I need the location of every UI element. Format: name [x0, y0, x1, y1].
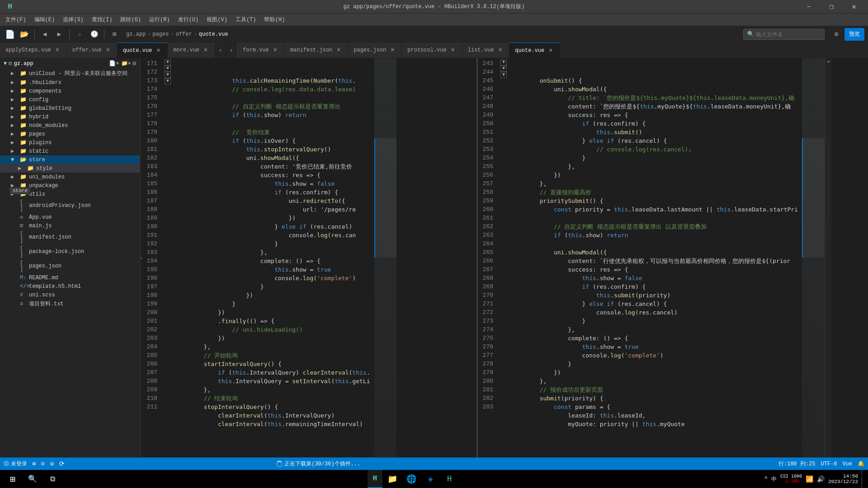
start-button[interactable]: ⊞	[4, 470, 22, 488]
new-file-button[interactable]: 📄	[4, 28, 16, 41]
fold-button-188[interactable]: ▼	[165, 66, 171, 72]
tab-pages[interactable]: pages.json ×	[348, 42, 402, 58]
tray-wifi[interactable]: 📶	[806, 475, 813, 483]
tab-protocol-close[interactable]: ×	[449, 47, 457, 54]
left-code-content[interactable]: this.calcRemainingTime(Number(this. // c…	[172, 58, 374, 457]
search-input[interactable]	[756, 31, 821, 38]
tab-form[interactable]: form.vue ×	[237, 42, 285, 58]
taskbar-time[interactable]: 14:50 2023/12/22	[828, 474, 858, 484]
sidebar-item-projnote[interactable]: ▶ ≡ 项目资料.txt	[0, 299, 140, 309]
history-button[interactable]: 🕐	[88, 28, 100, 41]
fold-button-273[interactable]: ▼	[500, 72, 507, 78]
tab-offer[interactable]: offer.vue ×	[67, 42, 118, 58]
close-button[interactable]: ✕	[844, 0, 864, 14]
maximize-button[interactable]: ❐	[821, 0, 842, 14]
sidebar-item-readme[interactable]: ▶ M↓ README.md	[0, 273, 140, 282]
menu-help[interactable]: 帮助(H)	[260, 15, 288, 24]
breadcrumb-offer[interactable]: offer	[176, 31, 192, 38]
tab-quote-right-close[interactable]: ×	[547, 47, 554, 54]
status-bell[interactable]: 🔔	[858, 460, 864, 468]
tab-more[interactable]: more.vue ×	[168, 42, 215, 58]
sidebar-new-folder[interactable]: 📁+	[121, 60, 131, 67]
tray-sound[interactable]: 🔊	[817, 475, 825, 483]
tab-form-close[interactable]: ×	[272, 47, 279, 54]
menu-view[interactable]: 视图(V)	[203, 15, 231, 24]
sidebar-item-config[interactable]: ▶ 📁 config	[0, 95, 140, 104]
status-login[interactable]: ⓪ 未登录	[4, 460, 27, 468]
collapse-right-button[interactable]: ›	[825, 60, 831, 63]
fold-button-244[interactable]: ▼	[500, 59, 507, 66]
status-icon3[interactable]: ⊙	[50, 460, 53, 468]
menu-find[interactable]: 查找(I)	[88, 15, 116, 24]
csi-badge[interactable]: CSI 1000 -1.39%	[780, 474, 802, 484]
sidebar-item-pagesjson[interactable]: ▶ [ ] pages.json	[0, 259, 140, 273]
breadcrumb-quotevue[interactable]: quote.vue	[199, 31, 228, 38]
taskbar-app-chrome[interactable]: 🌐	[402, 470, 420, 488]
show-desktop-button[interactable]	[862, 470, 864, 488]
sidebar-item-uniclod[interactable]: ▶ 📁 uniCloud - 阿里云-未关联云服务空间	[0, 69, 140, 78]
tray-zh[interactable]: 中	[771, 475, 777, 483]
sidebar-item-globalsetting[interactable]: ▶ 📁 globalSetting	[0, 104, 140, 113]
sidebar-item-utils[interactable]: ▶ 📁 utils	[0, 190, 140, 198]
filter-button[interactable]: ⚙	[830, 28, 843, 41]
tab-protocol[interactable]: protocol.vue ×	[402, 42, 462, 58]
sidebar-item-store[interactable]: ▼ 📂 store	[0, 155, 140, 164]
breadcrumb-gzapp[interactable]: gz.app	[126, 31, 146, 38]
sidebar-item-hybrid[interactable]: ▶ 📁 hybrid	[0, 113, 140, 121]
sidebar-item-appvue[interactable]: ▶ ◇ App.vue	[0, 213, 140, 221]
tab-offer-close[interactable]: ×	[104, 47, 112, 54]
tab-list-close[interactable]: ×	[496, 47, 504, 54]
menu-goto[interactable]: 跳转(G)	[117, 15, 145, 24]
status-position[interactable]: 行:180 列:25	[778, 460, 816, 468]
sidebar-item-androidprivacy[interactable]: ▶ [ ] androidPrivacy.json	[0, 198, 140, 213]
menu-edit[interactable]: 编辑(E)	[31, 15, 59, 24]
tab-more-close[interactable]: ×	[202, 47, 209, 54]
tab-applysteps[interactable]: applySteps.vue ×	[0, 42, 67, 58]
sidebar-item-pages[interactable]: ▶ 📁 pages	[0, 130, 140, 138]
bookmark-button[interactable]: ☆	[73, 28, 86, 41]
sidebar-new-file[interactable]: 📄+	[109, 60, 119, 67]
tab-manifest[interactable]: manifest.json ×	[285, 42, 349, 58]
search-taskbar-button[interactable]: 🔍	[24, 470, 42, 488]
tab-pages-close[interactable]: ×	[389, 47, 396, 54]
tab-applysteps-close[interactable]: ×	[54, 47, 61, 54]
taskbar-app-hx[interactable]: H	[440, 470, 458, 488]
sidebar-item-plugins[interactable]: ▶ 📁 plugins	[0, 138, 140, 147]
tab-scroll-right[interactable]: ›	[226, 42, 237, 58]
sidebar-item-unpackage[interactable]: ▶ 📁 unpackage	[0, 181, 140, 190]
sidebar-root[interactable]: ▼ ⊡ gz.app 📄+ 📁+ ⊟	[0, 58, 140, 69]
right-code-content[interactable]: onSubmit() { uni.showModal({ // title: `…	[508, 58, 802, 457]
menu-select[interactable]: 选择(S)	[59, 15, 87, 24]
status-icon4[interactable]: ⟳	[59, 460, 65, 468]
sidebar-item-static[interactable]: ▶ 📁 static	[0, 147, 140, 155]
back-button[interactable]: ◀	[38, 28, 51, 41]
sidebar-item-hbuilderx[interactable]: ▶ 📁 .hbuilderx	[0, 78, 140, 87]
fold-button-263[interactable]: ▼	[500, 66, 507, 72]
fold-button-209[interactable]: ▼	[165, 78, 171, 84]
sidebar-item-uniscss[interactable]: ▶ # uni.scss	[0, 291, 140, 299]
minimize-button[interactable]: －	[798, 0, 819, 14]
menu-file[interactable]: 文件(F)	[2, 15, 30, 24]
taskbar-app-vscode[interactable]: ◈	[421, 470, 439, 488]
menu-tools[interactable]: 工具(T)	[232, 15, 260, 24]
tab-quote-right[interactable]: quote.vue ×	[509, 42, 560, 58]
tab-manifest-close[interactable]: ×	[335, 47, 342, 54]
breadcrumb-pages[interactable]: pages	[152, 31, 169, 38]
sidebar-item-nodemodules[interactable]: ▶ 📁 node_modules	[0, 121, 140, 130]
tab-scroll-left[interactable]: ‹	[215, 42, 226, 58]
sidebar-item-packagelock[interactable]: ▶ [ ] package-lock.json	[0, 244, 140, 259]
fold-button-180[interactable]: ▼	[165, 59, 171, 66]
status-lang[interactable]: Vue	[842, 460, 852, 468]
tab-quote[interactable]: quote.vue ×	[118, 42, 168, 58]
sidebar-item-manifestjson[interactable]: ▶ [ ] manifest.json	[0, 230, 140, 244]
taskbar-app-folder[interactable]: 📁	[383, 470, 401, 488]
menu-publish[interactable]: 发行(U)	[175, 15, 203, 24]
taskview-button[interactable]: ⧉	[43, 470, 61, 488]
sidebar-collapse[interactable]: ⊟	[133, 60, 136, 67]
fold-button-204[interactable]: ▼	[165, 72, 171, 78]
sidebar-item-style[interactable]: ▶ 📁 style	[0, 164, 140, 173]
open-file-button[interactable]: 📂	[18, 28, 31, 41]
menu-run[interactable]: 运行(R)	[146, 15, 174, 24]
status-encoding[interactable]: UTF-8	[821, 460, 837, 468]
sidebar-item-template[interactable]: ▶ </> template.h5.html	[0, 282, 140, 291]
